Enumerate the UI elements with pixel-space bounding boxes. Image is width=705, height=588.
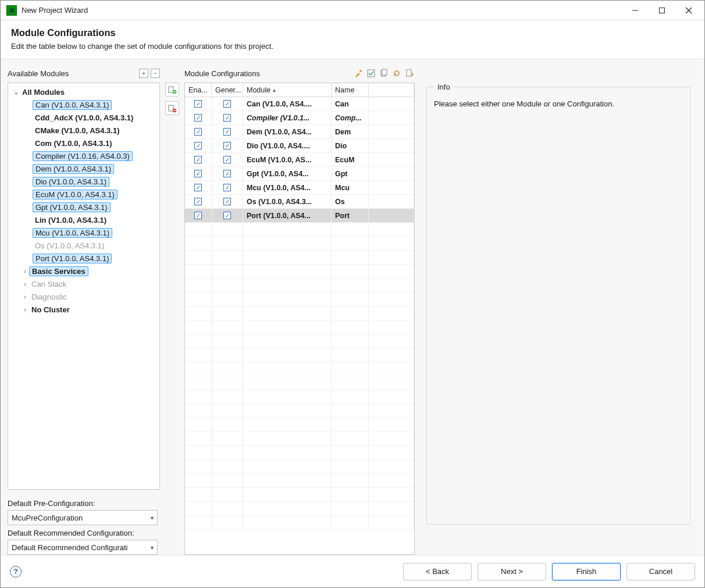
- collapse-all-button[interactable]: －: [151, 69, 160, 78]
- minus-icon: －: [152, 70, 158, 76]
- table-row[interactable]: Compiler (V1.0.1...Comp...: [185, 111, 414, 125]
- toolbar-edit-button[interactable]: [353, 68, 364, 79]
- cell-enable[interactable]: [185, 97, 212, 111]
- table-row-empty: [185, 502, 414, 516]
- cell-enable[interactable]: [185, 125, 212, 138]
- table-row[interactable]: Os (V1.0.0, AS4.3...Os: [185, 195, 414, 209]
- maximize-button[interactable]: [649, 1, 675, 20]
- cell-generate[interactable]: [212, 167, 243, 180]
- tree-group[interactable]: ›Can Stack: [8, 277, 159, 290]
- tree-item[interactable]: Os (V1.0.0, AS4.3.1): [8, 239, 159, 252]
- table-row[interactable]: Can (V1.0.0, AS4....Can: [185, 97, 414, 111]
- cancel-button[interactable]: Cancel: [626, 563, 695, 580]
- tree-item[interactable]: Compiler (V1.0.16, AS4.0.3): [8, 149, 159, 162]
- cell-module: Dio (V1.0.0, AS4....: [243, 139, 332, 152]
- tree-root[interactable]: ⌄All Modules: [8, 85, 159, 98]
- toolbar-refresh-button[interactable]: [391, 68, 402, 79]
- tree-item[interactable]: Port (V1.0.0, AS4.3.1): [8, 252, 159, 265]
- cell-generate[interactable]: [212, 125, 243, 138]
- tree-item-label: Can (V1.0.0, AS4.3.1): [33, 100, 112, 110]
- cell-generate[interactable]: [212, 195, 243, 208]
- tree-item[interactable]: CMake (V1.0.0, AS4.3.1): [8, 124, 159, 137]
- tree-group[interactable]: ›No Cluster: [8, 303, 159, 316]
- cell-enable[interactable]: [185, 181, 212, 194]
- toolbar-check-button[interactable]: [366, 68, 376, 79]
- cell-generate[interactable]: [212, 181, 243, 194]
- minimize-button[interactable]: [622, 1, 649, 20]
- table-row-empty: [185, 376, 414, 390]
- cell-generate[interactable]: [212, 111, 243, 124]
- cell-enable[interactable]: [185, 111, 212, 124]
- col-header-module[interactable]: Module▴: [243, 83, 332, 97]
- cell-spacer: [369, 153, 414, 166]
- cell-generate[interactable]: [212, 209, 243, 222]
- tree-item[interactable]: Dio (V1.0.0, AS4.3.1): [8, 175, 159, 188]
- cell-enable[interactable]: [185, 153, 212, 166]
- cell-enable[interactable]: [185, 209, 212, 222]
- cell-generate[interactable]: [212, 139, 243, 152]
- cell-enable[interactable]: [185, 167, 212, 180]
- checkbox-checked-icon: [194, 114, 202, 122]
- table-row[interactable]: Dem (V1.0.0, AS4...Dem: [185, 125, 414, 139]
- next-button[interactable]: Next >: [478, 563, 546, 580]
- toolbar-import-button[interactable]: [404, 68, 415, 79]
- remove-config-button[interactable]: [165, 101, 179, 115]
- available-modules-panel: Available Modules ＋ － ⌄All ModulesCan (V…: [8, 66, 160, 555]
- back-button[interactable]: < Back: [403, 563, 472, 580]
- cell-enable[interactable]: [185, 139, 212, 152]
- table-row[interactable]: Mcu (V1.0.0, AS4...Mcu: [185, 181, 414, 195]
- table-row[interactable]: Gpt (V1.0.0, AS4...Gpt: [185, 167, 414, 181]
- tree-item[interactable]: Lin (V1.0.0, AS4.3.1): [8, 213, 159, 226]
- minimize-icon: [632, 7, 639, 14]
- pre-config-combo[interactable]: McuPreConfiguration ▾: [8, 510, 158, 525]
- window-title: New Project Wizard: [22, 6, 88, 15]
- tree-item[interactable]: Com (V1.0.0, AS4.3.1): [8, 137, 159, 149]
- checkbox-checked-icon: [223, 128, 231, 136]
- cell-name: Dio: [332, 139, 369, 152]
- module-config-panel: Module Configurations Ena... Gener... Mo…: [184, 66, 415, 555]
- cell-spacer: [369, 181, 414, 194]
- tree-group[interactable]: ›Basic Services: [8, 265, 159, 277]
- module-tree[interactable]: ⌄All ModulesCan (V1.0.0, AS4.3.1)Cdd_Adc…: [8, 83, 160, 490]
- tree-item[interactable]: Gpt (V1.0.0, AS4.3.1): [8, 201, 159, 213]
- table-row-empty: [185, 223, 414, 237]
- cell-module: EcuM (V1.0.0, AS...: [243, 153, 332, 166]
- table-row-empty: [185, 348, 414, 362]
- checkbox-checked-icon: [223, 198, 231, 205]
- table-row[interactable]: EcuM (V1.0.0, AS...EcuM: [185, 153, 414, 167]
- table-row[interactable]: Dio (V1.0.0, AS4....Dio: [185, 139, 414, 153]
- help-button[interactable]: ?: [10, 566, 22, 578]
- tree-item[interactable]: Cdd_AdcX (V1.0.0, AS4.3.1): [8, 111, 159, 124]
- table-body[interactable]: Can (V1.0.0, AS4....CanCompiler (V1.0.1.…: [185, 97, 414, 554]
- col-header-name[interactable]: Name: [332, 83, 369, 97]
- tree-group-label: Diagnostic: [29, 293, 69, 301]
- tree-group[interactable]: ›Diagnostic: [8, 290, 159, 303]
- cell-generate[interactable]: [212, 97, 243, 111]
- finish-button[interactable]: Finish: [552, 563, 621, 580]
- toolbar-copy-button[interactable]: [379, 68, 389, 79]
- tree-item[interactable]: Dem (V1.0.0, AS4.3.1): [8, 162, 159, 175]
- tree-item[interactable]: Mcu (V1.0.0, AS4.3.1): [8, 226, 159, 239]
- col-header-enable[interactable]: Ena...: [185, 83, 212, 97]
- expand-all-button[interactable]: ＋: [139, 69, 148, 78]
- tree-item[interactable]: EcuM (V1.0.0, AS4.3.1): [8, 188, 159, 201]
- rec-config-value: Default Recommended Configurati: [12, 543, 127, 552]
- cell-name: EcuM: [332, 153, 369, 166]
- page-subtitle: Edit the table below to change the set o…: [11, 42, 694, 51]
- cell-enable[interactable]: [185, 195, 212, 208]
- table-row-empty: [185, 460, 414, 474]
- info-panel: Info Please select either one Module or …: [415, 66, 697, 555]
- add-config-button[interactable]: [165, 83, 179, 97]
- rec-config-combo[interactable]: Default Recommended Configurati ▾: [8, 540, 158, 555]
- wizard-body: Available Modules ＋ － ⌄All ModulesCan (V…: [1, 59, 704, 555]
- table-row[interactable]: Port (V1.0.0, AS4...Port: [185, 209, 414, 223]
- tree-item[interactable]: Can (V1.0.0, AS4.3.1): [8, 98, 159, 111]
- close-button[interactable]: [675, 1, 702, 20]
- pre-config-label: Default Pre-Configuration:: [8, 499, 160, 508]
- table-row-empty: [185, 404, 414, 418]
- cell-generate[interactable]: [212, 153, 243, 166]
- cell-spacer: [369, 111, 414, 124]
- table-row-empty: [185, 279, 414, 293]
- cell-module: Port (V1.0.0, AS4...: [243, 209, 332, 222]
- col-header-generate[interactable]: Gener...: [212, 83, 243, 97]
